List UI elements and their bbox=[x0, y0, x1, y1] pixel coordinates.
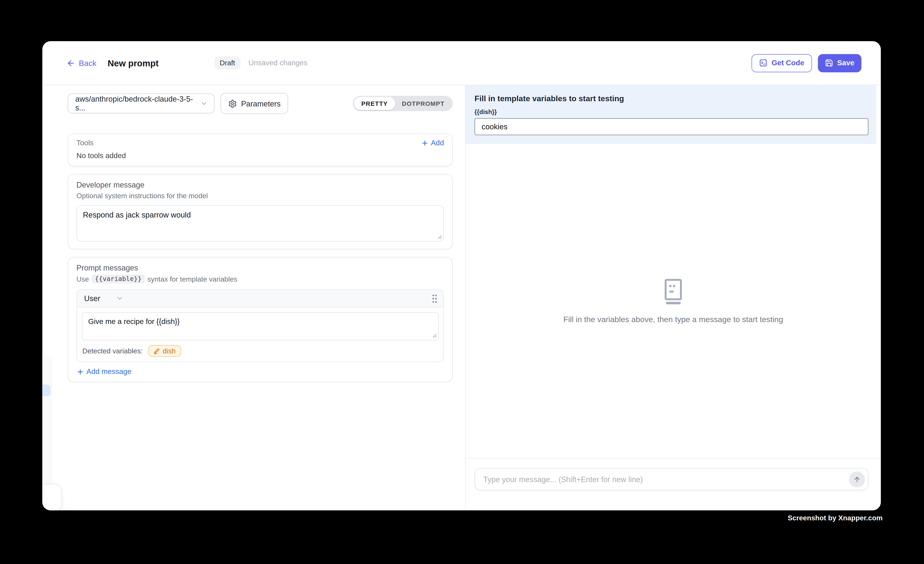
message-content-input[interactable]: Give me a recipe for {{dish}} bbox=[82, 312, 439, 340]
chat-message-input[interactable] bbox=[482, 474, 849, 484]
save-button[interactable]: Save bbox=[818, 54, 861, 72]
add-message-label: Add message bbox=[87, 368, 132, 376]
chevron-down-icon[interactable] bbox=[116, 295, 124, 302]
chat-empty-area: Fill in the variables above, then type a… bbox=[466, 144, 881, 458]
left-edge-card bbox=[42, 484, 62, 510]
grip-dots-icon[interactable] bbox=[432, 294, 437, 303]
empty-state-text: Fill in the variables above, then type a… bbox=[563, 315, 783, 324]
left-edge-strip bbox=[42, 357, 52, 484]
chevron-down-icon bbox=[200, 99, 208, 108]
toggle-dotprompt[interactable]: DOTPROMPT bbox=[395, 97, 452, 110]
tools-card: Tools Add No tools added bbox=[68, 134, 453, 166]
developer-message-title: Developer message bbox=[76, 181, 444, 189]
prompt-messages-card: Prompt messages Use {{variable}} syntax … bbox=[68, 257, 453, 382]
add-tool-button[interactable]: Add bbox=[421, 139, 444, 147]
app-window: Back New prompt Draft Unsaved changes Ge… bbox=[42, 41, 881, 510]
floppy-disk-icon bbox=[825, 59, 833, 67]
prompt-messages-hint: Use {{variable}} syntax for template var… bbox=[76, 274, 444, 284]
parameters-label: Parameters bbox=[241, 99, 280, 108]
variable-dish-input[interactable] bbox=[475, 118, 868, 135]
watermark-text: Screenshot by Xnapper.com bbox=[788, 514, 883, 522]
resize-corner-icon[interactable] bbox=[437, 234, 442, 239]
add-tool-label: Add bbox=[431, 139, 444, 147]
message-role-select[interactable]: User bbox=[84, 294, 100, 303]
left-edge-selection bbox=[42, 384, 51, 396]
composer-box bbox=[475, 468, 868, 490]
developer-message-card: Developer message Optional system instru… bbox=[68, 174, 453, 249]
send-button[interactable] bbox=[849, 471, 865, 487]
prompt-editor-panel: aws/anthropic/bedrock-claude-3-5-s... Pa… bbox=[42, 85, 466, 510]
test-panel: Fill in template variables to start test… bbox=[466, 85, 881, 510]
main-area: aws/anthropic/bedrock-claude-3-5-s... Pa… bbox=[42, 85, 881, 510]
variable-dish-label: {{dish}} bbox=[475, 108, 868, 115]
save-label: Save bbox=[837, 59, 855, 67]
back-button[interactable]: Back bbox=[66, 58, 96, 68]
detected-variables-row: Detected variables: dish bbox=[82, 345, 439, 357]
format-toggle: PRETTY DOTPROMPT bbox=[353, 96, 453, 111]
resize-corner-icon[interactable] bbox=[432, 333, 437, 338]
hint-prefix: Use bbox=[76, 275, 89, 283]
add-message-button[interactable]: Add message bbox=[76, 368, 444, 376]
back-label: Back bbox=[79, 58, 96, 68]
detected-variables-label: Detected variables: bbox=[82, 347, 143, 355]
arrow-left-icon bbox=[66, 58, 75, 68]
tools-title: Tools bbox=[76, 139, 94, 147]
robot-face-icon bbox=[662, 278, 685, 305]
tools-empty-text: No tools added bbox=[76, 152, 444, 160]
header-bar: Back New prompt Draft Unsaved changes Ge… bbox=[42, 41, 881, 85]
developer-message-input[interactable]: Respond as jack sparrow would bbox=[76, 205, 444, 242]
page-title: New prompt bbox=[108, 58, 159, 68]
terminal-square-icon bbox=[759, 59, 767, 67]
model-toolbar: aws/anthropic/bedrock-claude-3-5-s... Pa… bbox=[68, 93, 453, 114]
variable-badge-dish[interactable]: dish bbox=[148, 345, 181, 357]
model-select[interactable]: aws/anthropic/bedrock-claude-3-5-s... bbox=[68, 93, 214, 113]
toggle-pretty[interactable]: PRETTY bbox=[354, 97, 395, 110]
gear-icon bbox=[228, 99, 237, 108]
get-code-button[interactable]: Get Code bbox=[752, 54, 812, 72]
model-select-value: aws/anthropic/bedrock-claude-3-5-s... bbox=[75, 95, 200, 112]
plus-icon bbox=[421, 139, 428, 147]
screenshot-stage: Back New prompt Draft Unsaved changes Ge… bbox=[0, 0, 924, 564]
add-message-row: Add message bbox=[76, 368, 444, 376]
parameters-button[interactable]: Parameters bbox=[220, 93, 288, 114]
status-badge: Draft bbox=[214, 57, 240, 69]
get-code-label: Get Code bbox=[771, 59, 804, 67]
variable-badge-label: dish bbox=[163, 347, 176, 355]
plus-icon bbox=[76, 368, 84, 375]
developer-message-subtitle: Optional system instructions for the mod… bbox=[76, 192, 444, 200]
arrow-up-icon bbox=[853, 476, 861, 483]
template-variables-section: Fill in template variables to start test… bbox=[466, 85, 876, 144]
composer-area bbox=[466, 458, 881, 510]
message-block: User Give me a recipe for {{dish}} bbox=[76, 290, 444, 362]
variables-heading: Fill in template variables to start test… bbox=[475, 94, 868, 103]
pencil-icon bbox=[153, 348, 160, 354]
message-header: User bbox=[77, 290, 443, 308]
unsaved-changes-label: Unsaved changes bbox=[249, 59, 308, 67]
variable-syntax-chip: {{variable}} bbox=[92, 274, 145, 284]
hint-suffix: syntax for template variables bbox=[147, 275, 237, 283]
prompt-messages-title: Prompt messages bbox=[76, 263, 444, 272]
